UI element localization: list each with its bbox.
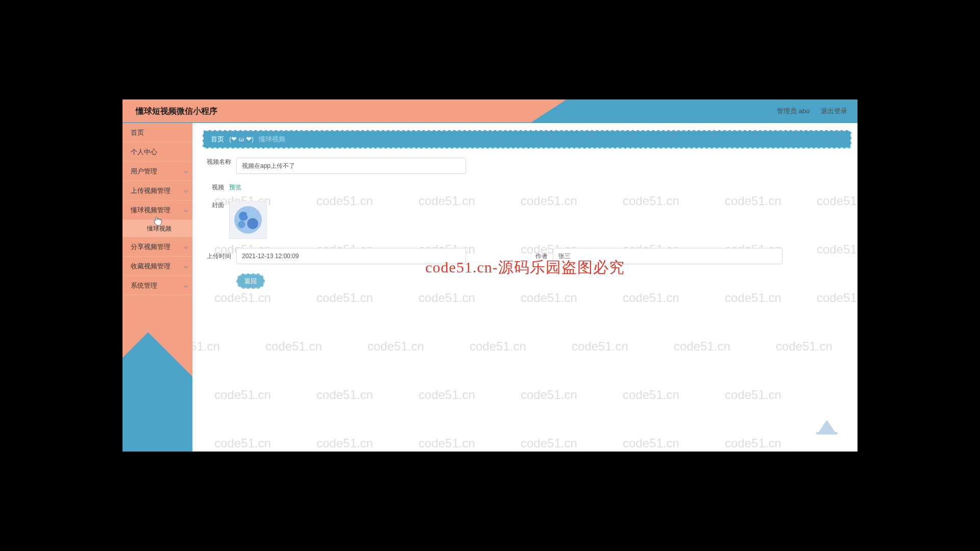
sidebar-subitem-dongqiu-video[interactable]: 懂球视频 <box>122 220 192 237</box>
breadcrumb-current: 懂球视频 <box>259 130 285 148</box>
admin-label[interactable]: 管理员 abo <box>777 107 810 115</box>
chevron-down-icon <box>184 169 188 173</box>
svg-point-1 <box>234 206 262 234</box>
sidebar-menu: 首页 个人中心 用户管理 上传视频管理 懂球视频管理 <box>122 123 192 295</box>
sidebar-item-label: 分享视频管理 <box>131 243 170 251</box>
sidebar-item-fav-video-mgmt[interactable]: 收藏视频管理 <box>122 257 192 276</box>
sidebar-corner-accent <box>122 332 192 452</box>
row-video-name: 视频名称 <box>203 158 851 174</box>
header: 懂球短视频微信小程序 管理员 abo 退出登录 <box>122 99 857 123</box>
input-author[interactable] <box>553 248 782 264</box>
row-actions: 返回 <box>203 273 851 289</box>
sidebar-item-label: 系统管理 <box>131 282 157 289</box>
sidebar: 首页 个人中心 用户管理 上传视频管理 懂球视频管理 <box>122 123 192 452</box>
input-upload-time[interactable] <box>236 248 466 264</box>
field-upload-time: 上传时间 <box>203 248 466 264</box>
detail-form: 视频名称 视频 预览 封面 <box>203 158 851 289</box>
sidebar-item-label: 懂球视频管理 <box>131 206 170 214</box>
label-author: 作者 <box>527 252 548 261</box>
input-video-name[interactable] <box>236 158 466 174</box>
svg-point-4 <box>247 211 253 218</box>
watermark-logo-icon <box>815 416 839 436</box>
label-upload-time: 上传时间 <box>203 252 231 261</box>
sidebar-item-home[interactable]: 首页 <box>122 123 192 142</box>
sidebar-item-system-mgmt[interactable]: 系统管理 <box>122 276 192 295</box>
sidebar-item-label: 懂球视频 <box>147 225 172 232</box>
label-cover: 封面 <box>203 201 224 210</box>
label-video: 视频 <box>203 183 224 192</box>
row-time-author: 上传时间 作者 <box>203 248 851 264</box>
cover-image-icon <box>230 202 266 238</box>
sidebar-item-user-mgmt[interactable]: 用户管理 <box>122 162 192 181</box>
body: 首页 个人中心 用户管理 上传视频管理 懂球视频管理 <box>122 123 857 452</box>
sidebar-item-label: 用户管理 <box>131 167 157 175</box>
sidebar-item-label: 上传视频管理 <box>131 187 170 194</box>
back-button[interactable]: 返回 <box>236 273 265 289</box>
sidebar-item-label: 收藏视频管理 <box>131 262 170 270</box>
preview-link[interactable]: 预览 <box>229 183 241 192</box>
chevron-down-icon <box>184 188 188 192</box>
chevron-down-icon <box>184 264 188 268</box>
label-video-name: 视频名称 <box>203 158 231 166</box>
cover-thumbnail[interactable] <box>229 201 267 239</box>
svg-marker-6 <box>819 420 835 432</box>
sidebar-item-label: 个人中心 <box>131 148 157 156</box>
sidebar-item-label: 首页 <box>131 129 144 136</box>
breadcrumb-home[interactable]: 首页 <box>211 130 224 148</box>
logout-link[interactable]: 退出登录 <box>821 107 847 115</box>
sidebar-item-personal[interactable]: 个人中心 <box>122 142 192 162</box>
sidebar-item-dongqiu-video-mgmt[interactable]: 懂球视频管理 <box>122 201 192 220</box>
main-content: 首页 (❤ ω ❤) 懂球视频 视频名称 视频 预览 封面 <box>192 123 857 452</box>
breadcrumb: 首页 (❤ ω ❤) 懂球视频 <box>203 130 851 148</box>
svg-rect-7 <box>816 432 838 435</box>
breadcrumb-face-icon: (❤ ω ❤) <box>229 130 254 148</box>
chevron-down-icon <box>184 244 188 248</box>
chevron-down-icon <box>184 283 188 287</box>
svg-point-5 <box>238 221 245 228</box>
svg-point-3 <box>247 218 258 229</box>
row-cover: 封面 <box>203 201 851 239</box>
row-video: 视频 预览 <box>203 183 851 192</box>
sidebar-item-share-video-mgmt[interactable]: 分享视频管理 <box>122 237 192 257</box>
header-right: 管理员 abo 退出登录 <box>768 99 847 123</box>
sidebar-item-upload-video-mgmt[interactable]: 上传视频管理 <box>122 181 192 201</box>
field-author: 作者 <box>527 248 782 264</box>
svg-point-2 <box>239 212 248 221</box>
chevron-down-icon <box>184 208 188 212</box>
app-title: 懂球短视频微信小程序 <box>136 99 217 123</box>
app-viewport: code51.cn code51.cn code51.cn code51.cn … <box>122 99 857 452</box>
